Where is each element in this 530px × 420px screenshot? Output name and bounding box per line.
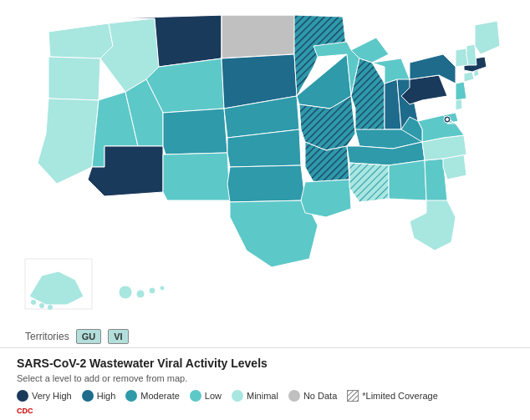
- state-al[interactable]: [389, 160, 426, 200]
- legend-no-data[interactable]: No Data: [288, 390, 337, 402]
- panel-title: SARS-CoV-2 Wastewater Viral Activity Lev…: [17, 357, 513, 370]
- svg-rect-16: [348, 391, 359, 402]
- territory-gu[interactable]: GU: [76, 329, 102, 344]
- svg-point-9: [48, 305, 53, 310]
- main-container: Territories GU VI SARS-CoV-2 Wastewater …: [0, 0, 530, 420]
- svg-point-13: [446, 118, 449, 121]
- state-hi[interactable]: [119, 286, 132, 299]
- limited-swatch: [347, 390, 359, 402]
- limited-label: *Limited Coverage: [362, 391, 438, 401]
- svg-point-11: [149, 287, 155, 294]
- legend: Very High High Moderate Low Minimal: [17, 390, 513, 402]
- legend-high[interactable]: High: [82, 390, 116, 402]
- svg-point-12: [160, 286, 165, 291]
- very-high-label: Very High: [32, 391, 72, 401]
- low-label: Low: [205, 391, 222, 401]
- territory-vi[interactable]: VI: [108, 329, 128, 344]
- legend-limited[interactable]: *Limited Coverage: [347, 390, 438, 402]
- svg-point-8: [39, 303, 44, 308]
- state-ok[interactable]: [227, 165, 305, 202]
- cdc-label: CDC: [17, 407, 33, 415]
- legend-minimal[interactable]: Minimal: [232, 390, 278, 402]
- minimal-swatch: [232, 390, 243, 402]
- low-swatch: [190, 390, 201, 402]
- legend-low[interactable]: Low: [190, 390, 222, 402]
- no-data-swatch: [288, 390, 300, 402]
- state-nd[interactable]: [222, 15, 297, 58]
- legend-very-high[interactable]: Very High: [17, 390, 72, 402]
- very-high-swatch: [17, 390, 28, 402]
- cdc-logo: CDC: [17, 406, 33, 415]
- state-co[interactable]: [163, 109, 227, 154]
- state-la[interactable]: [301, 180, 351, 217]
- high-swatch: [82, 390, 94, 402]
- state-ms[interactable]: [349, 163, 389, 202]
- svg-point-7: [31, 300, 36, 305]
- high-label: High: [97, 391, 116, 401]
- legend-moderate[interactable]: Moderate: [125, 390, 179, 402]
- map-area[interactable]: [0, 0, 530, 326]
- no-data-label: No Data: [303, 391, 337, 401]
- panel-subtitle: Select a level to add or remove from map…: [17, 373, 513, 383]
- state-nm[interactable]: [163, 153, 230, 200]
- moderate-label: Moderate: [140, 391, 179, 401]
- svg-point-10: [136, 290, 145, 298]
- info-panel: SARS-CoV-2 Wastewater Viral Activity Lev…: [0, 347, 530, 408]
- moderate-swatch: [125, 390, 137, 402]
- state-or[interactable]: [48, 57, 100, 100]
- territories-label: Territories: [25, 331, 69, 342]
- minimal-label: Minimal: [247, 391, 278, 401]
- state-nh[interactable]: [466, 44, 476, 65]
- territories-bar: Territories GU VI: [0, 326, 530, 347]
